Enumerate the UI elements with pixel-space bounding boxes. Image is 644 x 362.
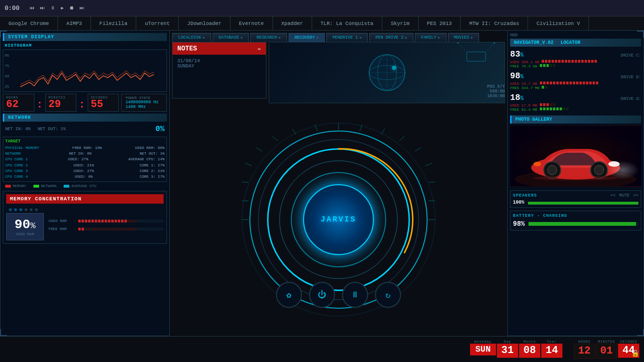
speakers-volume-row: 100%: [513, 200, 638, 205]
taskbar-item-utorrent[interactable]: uTorrent: [136, 16, 179, 30]
notes-edit-icon[interactable]: ✏: [258, 45, 261, 52]
tab-pendrive2-label: PEN DRIVE 2: [375, 35, 403, 40]
day-value: 31: [497, 344, 518, 358]
hist-label-25: 25: [5, 84, 9, 89]
drive-g-free-stats: FREE 81.4 MB: [510, 107, 641, 112]
tab-recovery[interactable]: RECOVERY ▶: [289, 33, 325, 42]
taskbar-item-tlr[interactable]: TLR: La Conquista: [312, 16, 382, 30]
drive-d-percent: 98: [510, 71, 520, 81]
tab-recovery-label: RECOVERY: [295, 35, 315, 40]
minutes-time-label: MINUTES: [596, 340, 617, 344]
dot-5: [30, 208, 33, 211]
timer-hours-box: HOURS 62: [3, 94, 34, 112]
target-header: TARGET: [5, 139, 165, 144]
tab-research-arrow: ▶: [279, 36, 281, 40]
target-row-1: NETWORK NET IN: 0% NET OUT: 1%: [5, 151, 165, 156]
media-play[interactable]: ▶: [59, 4, 66, 12]
refresh-button[interactable]: ↻: [375, 282, 401, 308]
taskbar-item-jdownloader[interactable]: JDownloader: [179, 16, 231, 30]
speakers-next-btn[interactable]: >>: [633, 193, 638, 198]
hours-time-value: 12: [574, 344, 595, 359]
used-ram-bar-row: USED RAM: [49, 219, 164, 223]
drive-d-stats: USED 19.7 GB: [510, 82, 641, 86]
power-state-label: POWER STATE: [125, 96, 163, 100]
weekday-label: Weekday: [470, 340, 496, 344]
drive-d-free: FREE 344.7 MB: [510, 86, 539, 90]
power-icon: ⏻: [318, 290, 326, 300]
taskbar-item-aimp[interactable]: AIMP3: [58, 16, 91, 30]
volume-fill: [528, 202, 638, 205]
drive-c-free: FREE 76.3 GB: [510, 64, 537, 68]
tab-localdisk[interactable]: LOCALDISK ▶: [172, 33, 211, 42]
taskbar-item-filezilla[interactable]: Filezilla: [91, 16, 136, 30]
globe-container: [269, 42, 505, 103]
year-value: 14: [541, 344, 562, 358]
target-row-2: CPU CORE 1 USED: 27% AVERAGE CPU: 14%: [5, 156, 165, 162]
memory-content: 90% USED RAM USED RAM FREE RAM: [6, 213, 164, 240]
drive-g-percent: 18: [510, 93, 520, 102]
minutes-time-value: 01: [596, 344, 617, 359]
net-stats: NET IN: 0% NET OUT: 1% 0%: [3, 123, 167, 135]
month-block: Month 08: [519, 340, 540, 359]
lock-icon[interactable]: 🔒: [631, 349, 639, 357]
dot-6: [35, 208, 38, 211]
power-freq: 1488000000 Hz: [125, 100, 163, 105]
dot-1: [9, 208, 12, 211]
svg-line-27: [429, 182, 435, 182]
taskbar-item-civ[interactable]: Civilization V: [528, 16, 589, 30]
drive-d-percent-sign: %: [520, 74, 524, 80]
tab-movies[interactable]: MOVIES ▶: [448, 33, 479, 42]
drive-g-header: 18% DRIVE G:: [510, 93, 641, 102]
timer-sep2: :: [79, 99, 85, 112]
flower-button[interactable]: ✿: [276, 282, 302, 308]
tab-recovery-arrow: ▶: [317, 36, 319, 40]
tab-research[interactable]: RESEARCH ▶: [250, 33, 287, 42]
svg-line-24: [399, 136, 405, 141]
drive-g-bar: [540, 103, 639, 106]
taskbar-item-pes[interactable]: PES 2013: [419, 16, 461, 30]
media-pause[interactable]: ⏸: [49, 4, 57, 12]
media-stop[interactable]: ⏹: [67, 4, 76, 12]
minutes-value: 29: [49, 99, 74, 110]
legend-network-dot: [33, 185, 39, 188]
power-button[interactable]: ⏻: [309, 282, 335, 308]
globe-area: POS X/Y 598:00 1036:00: [269, 42, 505, 103]
tab-database[interactable]: DATABASE ▶: [213, 33, 249, 42]
corner-br: [637, 329, 644, 336]
taskbar-item-xpadder[interactable]: Xpadder: [273, 16, 312, 30]
navigator-label: NAVIGATOR_V.02: [514, 40, 553, 45]
gallery-image: [510, 125, 641, 187]
media-skip-back[interactable]: ⏮: [28, 4, 36, 12]
histogram-header: HISTOGRAM: [3, 43, 167, 49]
jarvis-text-box: JARVIS: [303, 184, 374, 255]
net-out: NET OUT: 1%: [38, 127, 66, 132]
taskbar-item-chrome[interactable]: Google Chrome: [0, 16, 58, 30]
taskbar-item-evernote[interactable]: Evernote: [231, 16, 273, 30]
tab-pendrive1[interactable]: PENDRIVE 1 ▶: [326, 33, 368, 42]
histogram-labels: 95 75 50 25: [5, 50, 9, 91]
month-label: Month: [519, 340, 540, 344]
speakers-mute-btn[interactable]: MUTE: [619, 193, 630, 198]
pause-button[interactable]: ⏸: [342, 282, 368, 308]
svg-point-7: [392, 66, 396, 70]
target-row-4: CPU CORE 3 USED: 27% CORE 2: 21%: [5, 168, 165, 173]
battery-bar-track: [528, 222, 638, 226]
media-prev[interactable]: ⏭: [38, 4, 47, 12]
notes-label: NOTES: [177, 45, 197, 52]
network-section: NETWORK NET IN: 0% NET OUT: 1% 0%: [3, 114, 167, 135]
corner-bl: [0, 329, 7, 336]
tab-pendrive1-arrow: ▶: [360, 36, 362, 40]
pause-icon: ⏸: [351, 290, 359, 300]
svg-line-35: [242, 182, 248, 182]
tab-movies-label: MOVIES: [454, 35, 469, 40]
drive-c-percent-sign: %: [520, 52, 524, 58]
taskbar: Google Chrome AIMP3 Filezilla uTorrent J…: [0, 16, 644, 31]
taskbar-item-skyrim[interactable]: Skyrim: [382, 16, 419, 30]
media-next[interactable]: ⏭: [78, 4, 86, 12]
speakers-prev-btn[interactable]: <<: [611, 193, 616, 198]
tab-family[interactable]: FAMILY ▶: [415, 33, 446, 42]
free-ram-label: FREE RAM: [49, 227, 74, 231]
tab-pendrive2[interactable]: PEN DRIVE 2 ▶: [369, 33, 413, 42]
center-panel: LOCALDISK ▶ DATABASE ▶ RESEARCH ▶ RECOVE…: [170, 31, 507, 336]
taskbar-item-mtw[interactable]: MTW II: Cruzadas: [461, 16, 528, 30]
